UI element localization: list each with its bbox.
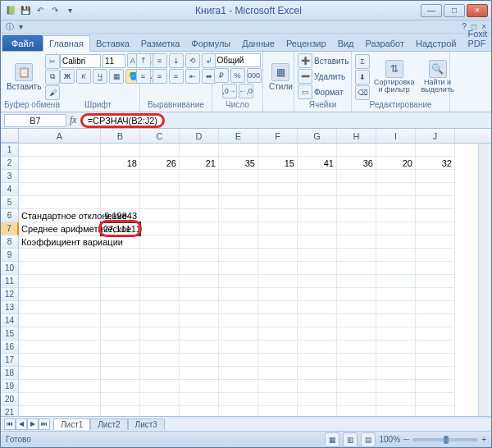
cell[interactable]: [376, 275, 416, 288]
align-right-icon[interactable]: ≡: [169, 69, 184, 84]
row-header[interactable]: 4: [1, 183, 19, 196]
cell[interactable]: [416, 327, 455, 341]
styles-button[interactable]: ▦ Стили: [266, 62, 295, 92]
cell[interactable]: [298, 183, 337, 196]
cell[interactable]: [101, 170, 140, 183]
cell[interactable]: [140, 354, 180, 367]
cell[interactable]: [101, 314, 140, 327]
cell[interactable]: [101, 275, 140, 288]
cell[interactable]: [19, 144, 101, 157]
cell[interactable]: 9,19843: [101, 209, 140, 222]
cell[interactable]: 36: [337, 157, 376, 170]
cell[interactable]: [180, 196, 219, 209]
cell[interactable]: [376, 354, 416, 367]
tab-home[interactable]: Главная: [43, 35, 90, 52]
cell[interactable]: [19, 393, 101, 406]
cell[interactable]: [298, 196, 337, 209]
cell[interactable]: [376, 314, 416, 327]
cell[interactable]: [258, 196, 298, 209]
cell[interactable]: [376, 367, 416, 380]
cell[interactable]: [140, 183, 180, 196]
cell[interactable]: [258, 262, 298, 275]
cell[interactable]: [258, 183, 298, 196]
column-header[interactable]: J: [416, 129, 455, 143]
cell[interactable]: [140, 367, 180, 380]
cell[interactable]: [298, 406, 337, 416]
percent-icon[interactable]: %: [230, 68, 245, 83]
cell[interactable]: 18: [101, 157, 140, 170]
cell[interactable]: [298, 380, 337, 393]
cell[interactable]: [140, 262, 180, 275]
cell[interactable]: 35: [219, 157, 258, 170]
name-box[interactable]: B7: [4, 114, 66, 127]
insert-cells-button[interactable]: ➕Вставить: [298, 53, 348, 68]
cell[interactable]: [101, 262, 140, 275]
cell[interactable]: [258, 380, 298, 393]
cell[interactable]: [298, 393, 337, 406]
row-header[interactable]: 7: [1, 222, 19, 235]
cell[interactable]: [140, 341, 180, 354]
cell[interactable]: [140, 249, 180, 262]
cell[interactable]: [19, 314, 101, 327]
cell[interactable]: Коэффициент вариации: [19, 235, 101, 249]
cell[interactable]: [337, 354, 376, 367]
cell[interactable]: [416, 354, 455, 367]
cell[interactable]: [219, 327, 258, 341]
cell[interactable]: [140, 235, 180, 249]
column-header[interactable]: C: [140, 129, 180, 143]
cell[interactable]: [416, 249, 455, 262]
delete-cells-button[interactable]: ➖Удалить: [298, 69, 345, 84]
cell[interactable]: [219, 262, 258, 275]
cell[interactable]: [258, 275, 298, 288]
cell[interactable]: [298, 327, 337, 341]
minimize-button[interactable]: —: [421, 4, 442, 17]
cell[interactable]: [376, 380, 416, 393]
autosum-icon[interactable]: Σ: [355, 54, 370, 69]
cell[interactable]: [298, 170, 337, 183]
cell[interactable]: [101, 354, 140, 367]
cell[interactable]: [140, 393, 180, 406]
cell[interactable]: 27,11111: [101, 222, 140, 235]
cell[interactable]: [416, 209, 455, 222]
cell[interactable]: [180, 301, 219, 314]
cell[interactable]: [337, 183, 376, 196]
cell[interactable]: [19, 354, 101, 367]
row-header[interactable]: 17: [1, 354, 19, 367]
cell[interactable]: [416, 222, 455, 235]
cell[interactable]: [416, 275, 455, 288]
tab-addins[interactable]: Надстрой: [410, 36, 462, 51]
cell[interactable]: [101, 327, 140, 341]
cell[interactable]: [19, 196, 101, 209]
cell[interactable]: [298, 341, 337, 354]
undo-icon[interactable]: ↶: [34, 4, 47, 17]
cell[interactable]: [19, 157, 101, 170]
cell[interactable]: [298, 249, 337, 262]
cell[interactable]: [337, 262, 376, 275]
cell[interactable]: [19, 183, 101, 196]
row-header[interactable]: 12: [1, 288, 19, 301]
align-center-icon[interactable]: ≡: [153, 69, 167, 84]
cell[interactable]: [19, 262, 101, 275]
cell[interactable]: [416, 393, 455, 406]
cell[interactable]: [140, 170, 180, 183]
cell[interactable]: [298, 301, 337, 314]
cell[interactable]: [19, 327, 101, 341]
cell[interactable]: [337, 288, 376, 301]
column-header[interactable]: H: [337, 129, 376, 143]
cell[interactable]: [337, 301, 376, 314]
cell[interactable]: [376, 196, 416, 209]
row-header[interactable]: 8: [1, 235, 19, 249]
row-header[interactable]: 9: [1, 249, 19, 262]
cell[interactable]: [219, 144, 258, 157]
cell[interactable]: [258, 249, 298, 262]
cell[interactable]: [337, 249, 376, 262]
cell[interactable]: [101, 144, 140, 157]
cell[interactable]: [258, 327, 298, 341]
cell[interactable]: [180, 341, 219, 354]
cell[interactable]: [19, 406, 101, 416]
underline-icon[interactable]: Ч: [93, 69, 107, 84]
cell[interactable]: 41: [298, 157, 337, 170]
fx-icon[interactable]: fx: [70, 114, 77, 126]
cell[interactable]: [337, 367, 376, 380]
cell[interactable]: [180, 406, 219, 416]
